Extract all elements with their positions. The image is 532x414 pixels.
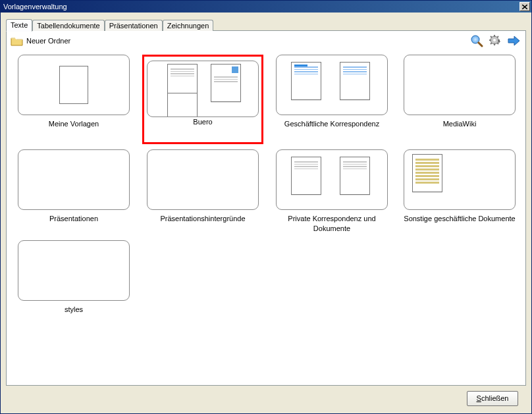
- close-button[interactable]: Schließen: [467, 391, 518, 406]
- folder-item[interactable]: Geschäftliche Korrespondenz: [273, 55, 391, 144]
- window-close-button[interactable]: [519, 2, 530, 11]
- folder-item[interactable]: Meine Vorlagen: [14, 55, 133, 144]
- template-thumbnail: [412, 154, 442, 192]
- svg-line-8: [491, 36, 492, 38]
- template-thumbnail: [340, 62, 370, 100]
- svg-line-11: [491, 43, 492, 44]
- tab-label: Tabellendokumente: [37, 22, 99, 30]
- tab-texte[interactable]: Texte: [6, 19, 32, 32]
- toolbar: Neuer Ordner: [7, 31, 525, 51]
- template-manager-window: Vorlagenverwaltung Texte Tabellendokumen…: [0, 0, 532, 414]
- folder-item[interactable]: Präsentationen: [14, 149, 133, 235]
- template-thumbnail: [211, 64, 241, 102]
- folder-item[interactable]: MediaWiki: [400, 55, 519, 144]
- folder-label: Sonstige geschäftliche Dokumente: [404, 214, 516, 235]
- folder-thumbnail: [276, 55, 388, 115]
- folder-thumbnail: Buero: [142, 55, 263, 144]
- folder-grid-area: Meine VorlagenBueroGeschäftliche Korresp…: [7, 51, 525, 385]
- gear-icon: [489, 35, 501, 47]
- new-folder-button[interactable]: Neuer Ordner: [26, 37, 70, 45]
- folder-label: Private Korrespondenz und Dokumente: [276, 214, 388, 235]
- svg-point-1: [472, 36, 479, 43]
- close-icon: [522, 5, 527, 9]
- folder-label: styles: [18, 305, 130, 326]
- template-thumbnail: [291, 157, 321, 195]
- close-accel: S: [477, 394, 481, 402]
- tab-label: Texte: [11, 21, 28, 29]
- folder-thumbnail: [18, 55, 130, 115]
- folder-item[interactable]: Private Korrespondenz und Dokumente: [273, 149, 391, 235]
- template-thumbnail: [340, 157, 370, 195]
- folder-thumbnail: [276, 149, 388, 210]
- tab-zeichnungen[interactable]: Zeichnungen: [163, 20, 214, 31]
- close-rest: chließen: [481, 394, 509, 402]
- window-title: Vorlagenverwaltung: [3, 3, 519, 11]
- export-arrow-icon: [507, 35, 520, 47]
- dialog-content: Texte Tabellendokumente Präsentationen Z…: [1, 13, 531, 413]
- tab-tabellen[interactable]: Tabellendokumente: [32, 20, 104, 31]
- folder-thumbnail: [147, 149, 259, 210]
- folder-label: Präsentationen: [18, 214, 130, 235]
- tab-strip: Texte Tabellendokumente Präsentationen Z…: [6, 18, 526, 31]
- folder-item[interactable]: Sonstige geschäftliche Dokumente: [400, 149, 519, 235]
- folder-label: Geschäftliche Korrespondenz: [276, 119, 388, 140]
- folder-grid: Meine VorlagenBueroGeschäftliche Korresp…: [14, 55, 519, 326]
- folder-thumbnail: [404, 55, 516, 115]
- template-thumbnail: [167, 93, 198, 117]
- svg-line-9: [497, 43, 498, 44]
- settings-button[interactable]: [487, 33, 503, 49]
- tab-praesentationen[interactable]: Präsentationen: [105, 20, 163, 31]
- folder-label: MediaWiki: [404, 119, 516, 140]
- folder-item[interactable]: Buero: [142, 55, 263, 144]
- folder-item[interactable]: styles: [14, 240, 133, 326]
- folder-thumbnail: [404, 149, 516, 210]
- folder-label: Präsentationshintergründe: [147, 214, 259, 235]
- folder-thumbnail: [18, 149, 130, 210]
- folder-item[interactable]: Präsentationshintergründe: [142, 149, 263, 235]
- search-button[interactable]: [469, 33, 485, 49]
- tab-label: Zeichnungen: [167, 22, 209, 30]
- dialog-footer: Schließen: [6, 386, 526, 411]
- svg-point-3: [493, 39, 496, 41]
- folder-label: Meine Vorlagen: [18, 119, 130, 140]
- tab-panel: Neuer Ordner Meine VorlagenBueroGeschäft…: [6, 30, 526, 386]
- template-thumbnail: [59, 66, 88, 104]
- template-thumbnail: [291, 62, 321, 100]
- tab-label: Präsentationen: [109, 22, 158, 30]
- svg-line-10: [497, 36, 498, 38]
- folder-icon: [11, 36, 24, 46]
- search-icon: [470, 34, 483, 47]
- titlebar: Vorlagenverwaltung: [1, 1, 531, 13]
- export-button[interactable]: [506, 33, 521, 49]
- folder-thumbnail: [18, 240, 130, 301]
- folder-label: Buero: [147, 117, 259, 138]
